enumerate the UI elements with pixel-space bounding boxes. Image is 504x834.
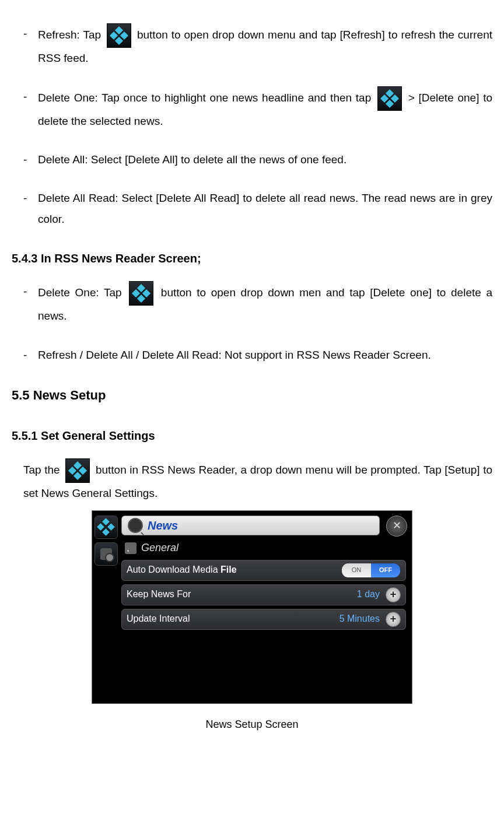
plus-icon: + [390,609,397,629]
text: Delete One: Tap [38,286,127,299]
toggle-on-label: ON [342,563,371,577]
paragraph-setup-intro: Tap the button in RSS News Reader, a dro… [23,458,492,504]
text: > [404,92,419,104]
heading-55: 5.5 News Setup [12,383,492,408]
text: button in RSS News Reader, a drop down m… [23,464,492,499]
bullet-dash: - [23,23,38,69]
close-button[interactable]: ✕ [386,516,407,537]
search-icon [128,518,143,533]
close-icon: ✕ [393,516,401,535]
figure-caption: News Setup Screen [12,714,492,734]
list-item-delete-one-reader: - Delete One: Tap button to open drop do… [23,281,492,327]
menu-diamond-icon [65,458,90,483]
text: Tap the [23,464,63,476]
text: button to open [161,286,241,299]
text: Delete One: Tap once to highlight one ne… [38,92,375,104]
list-item-content: Delete All: Select [Delete All] to delet… [38,149,492,170]
toggle-auto-download[interactable]: ON OFF [341,563,401,578]
title-bar: News [121,516,380,535]
text: Refresh: Tap [38,29,104,41]
list-item-not-support: - Refresh / Delete All / Delete All Read… [23,345,492,366]
rss-icon [125,542,136,554]
list-item-content: Delete All Read: Select [Delete All Read… [38,188,492,230]
heading-551: 5.5.1 Set General Settings [12,425,492,447]
list-item-content: Refresh: Tap button to open drop down me… [38,23,492,69]
row-label: Auto Download Media File [127,561,237,579]
row-label: Update Interval [127,610,190,628]
row-value: 5 Minutes [340,610,380,628]
row-label: Keep News For [127,586,191,603]
bullet-dash: - [23,345,38,366]
row-keep-news-for[interactable]: Keep News For 1 day + [121,584,406,605]
section-header-general: General [121,539,406,558]
news-setup-screenshot: News ✕ General Auto Download Media File … [92,510,412,704]
toggle-off-label: OFF [371,563,400,577]
row-auto-download: Auto Download Media File ON OFF [121,560,406,581]
row-value: 1 day [357,586,380,603]
list-item-delete-all-read: - Delete All Read: Select [Delete All Re… [23,188,492,230]
menu-diamond-icon[interactable] [94,516,118,539]
row-update-interval[interactable]: Update Interval 5 Minutes + [121,609,406,630]
list-item-content: Delete One: Tap once to highlight one ne… [38,86,492,132]
expand-button[interactable]: + [386,612,401,627]
text: drop down men [241,286,321,299]
rss-settings-icon[interactable] [94,542,118,566]
text: File [220,565,237,574]
menu-diamond-icon [129,281,153,306]
bullet-dash: - [23,188,38,230]
list-item-content: Delete One: Tap button to open drop down… [38,281,492,327]
list-item-content: Refresh / Delete All / Delete All Read: … [38,345,492,366]
bullet-dash: - [23,86,38,132]
bullet-dash: - [23,149,38,170]
title-text: News [148,514,178,537]
text: drop down menu [212,29,296,41]
section-title: General [141,538,178,558]
list-item-refresh: - Refresh: Tap button to open drop down … [23,23,492,69]
text: Auto Download Media [127,565,220,574]
menu-diamond-icon [107,23,131,48]
menu-diamond-icon [377,86,402,111]
list-item-delete-all: - Delete All: Select [Delete All] to del… [23,149,492,170]
heading-543: 5.4.3 In RSS News Reader Screen; [12,247,492,269]
text: button to open [137,29,212,41]
plus-icon: + [390,584,397,604]
bullet-dash: - [23,281,38,327]
list-item-delete-one: - Delete One: Tap once to highlight one … [23,86,492,132]
expand-button[interactable]: + [386,587,401,602]
